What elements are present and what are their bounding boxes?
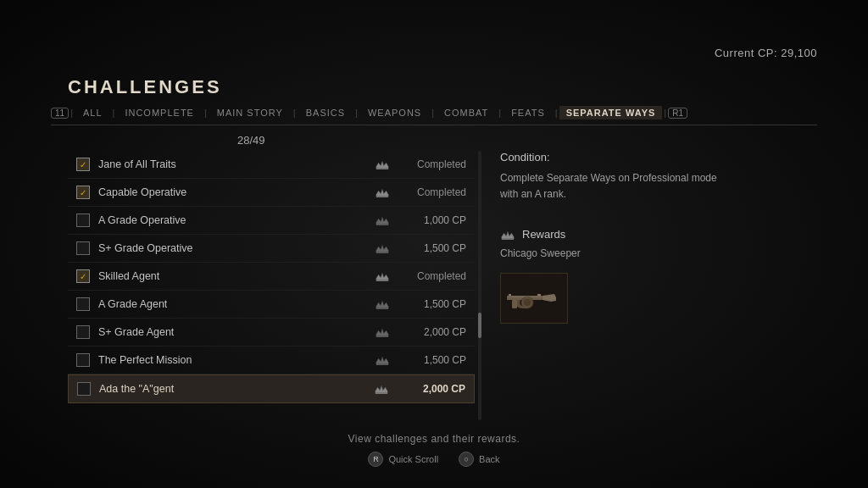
challenge-reward-3: 1,000 CP xyxy=(398,214,466,226)
challenge-name-4: S+ Grade Operative xyxy=(98,242,366,254)
gun-svg xyxy=(504,284,565,313)
challenge-name-6: A Grade Agent xyxy=(98,298,366,310)
challenge-reward-1: Completed xyxy=(398,158,466,170)
checkbox-9 xyxy=(77,382,91,396)
challenge-count: 28/49 xyxy=(237,134,265,147)
challenge-reward-5: Completed xyxy=(398,270,466,282)
challenge-reward-7: 2,000 CP xyxy=(398,326,466,338)
list-item[interactable]: ✓ Capable Operative Completed xyxy=(68,179,475,207)
condition-text: Complete Separate Ways on Professional m… xyxy=(500,170,817,202)
svg-rect-0 xyxy=(376,169,388,169)
list-item[interactable]: ✓ Jane of All Traits Completed xyxy=(68,151,475,179)
rewards-label: Rewards xyxy=(500,228,817,241)
quick-scroll-btn[interactable]: R xyxy=(368,452,383,467)
checkbox-3 xyxy=(76,214,90,227)
rewards-section: Rewards Chicago Sweeper xyxy=(500,228,817,324)
list-item[interactable]: A Grade Operative 1,000 CP xyxy=(68,207,475,235)
main-container: Current CP: 29,100 CHALLENGES 11 | ALL |… xyxy=(0,0,868,488)
svg-rect-13 xyxy=(512,300,517,308)
list-item[interactable]: S+ Grade Agent 2,000 CP xyxy=(68,319,475,347)
svg-rect-16 xyxy=(508,296,542,297)
condition-label: Condition: xyxy=(500,151,817,164)
tab-all[interactable]: ALL xyxy=(75,108,111,118)
list-item[interactable]: S+ Grade Operative 1,500 CP xyxy=(68,235,475,263)
checkbox-8 xyxy=(76,353,90,367)
current-cp: Current CP: 29,100 xyxy=(715,47,817,59)
back-label: Back xyxy=(479,454,499,464)
svg-rect-7 xyxy=(376,364,388,365)
page-title: CHALLENGES xyxy=(68,76,222,98)
tab-combat[interactable]: COMBAT xyxy=(436,108,497,118)
checkbox-1: ✓ xyxy=(76,158,90,171)
bottom-controls: R Quick Scroll ○ Back xyxy=(368,452,499,467)
back-btn[interactable]: ○ xyxy=(459,452,474,467)
crown-icon-3 xyxy=(375,214,390,226)
crown-icon-5 xyxy=(375,270,390,282)
list-item-selected[interactable]: Ada the "A"gent 2,000 CP xyxy=(68,374,475,403)
crown-icon-6 xyxy=(375,298,390,310)
list-item[interactable]: ✓ Skilled Agent Completed xyxy=(68,263,475,291)
list-item[interactable]: The Perfect Mission 1,500 CP xyxy=(68,347,475,374)
svg-rect-6 xyxy=(376,336,388,337)
tab-feats[interactable]: FEATS xyxy=(503,108,554,118)
detail-panel: Condition: Complete Separate Ways on Pro… xyxy=(500,151,817,324)
tab-separate-ways[interactable]: SEPARATE WAYS xyxy=(559,106,663,119)
challenge-name-9: Ada the "A"gent xyxy=(99,383,365,395)
checkbox-4 xyxy=(76,241,90,255)
control-back: ○ Back xyxy=(459,452,499,467)
challenge-list: ✓ Jane of All Traits Completed ✓ Capable… xyxy=(68,151,475,420)
crown-icon-1 xyxy=(375,158,390,170)
svg-rect-4 xyxy=(376,280,388,281)
quick-scroll-label: Quick Scroll xyxy=(388,454,438,464)
checkbox-6 xyxy=(76,297,90,311)
scrollbar-thumb[interactable] xyxy=(478,313,481,338)
tabs-bar: 11 | ALL | INCOMPLETE | MAIN STORY | BAS… xyxy=(51,106,817,125)
bottom-hint: View challenges and their rewards. xyxy=(348,433,520,445)
tab-basics[interactable]: BASICS xyxy=(298,108,353,118)
challenge-reward-4: 1,500 CP xyxy=(398,242,466,254)
challenge-name-3: A Grade Operative xyxy=(98,214,366,226)
challenge-name-1: Jane of All Traits xyxy=(98,158,366,170)
reward-item-name: Chicago Sweeper xyxy=(500,247,817,259)
tab-icon-right[interactable]: R1 xyxy=(668,108,687,119)
svg-rect-2 xyxy=(376,225,388,225)
crown-icon-rewards xyxy=(500,229,515,241)
challenge-name-2: Capable Operative xyxy=(98,186,366,198)
crown-icon-9 xyxy=(374,383,389,395)
tab-icon-left[interactable]: 11 xyxy=(51,108,69,119)
tab-main-story[interactable]: MAIN STORY xyxy=(209,108,292,118)
svg-rect-14 xyxy=(537,294,541,296)
challenge-reward-8: 1,500 CP xyxy=(398,354,466,366)
reward-image xyxy=(500,273,568,324)
challenge-name-8: The Perfect Mission xyxy=(98,354,366,366)
crown-icon-2 xyxy=(375,186,390,198)
svg-rect-15 xyxy=(509,294,511,296)
bottom-bar: View challenges and their rewards. R Qui… xyxy=(0,433,868,467)
challenge-reward-9: 2,000 CP xyxy=(398,383,465,395)
control-quick-scroll: R Quick Scroll xyxy=(368,452,438,467)
svg-rect-5 xyxy=(376,308,388,309)
checkbox-7 xyxy=(76,325,90,339)
tab-incomplete[interactable]: INCOMPLETE xyxy=(116,108,203,118)
scrollbar-track[interactable] xyxy=(478,151,481,420)
challenge-reward-2: Completed xyxy=(398,186,466,198)
tab-weapons[interactable]: WEAPONS xyxy=(359,108,430,118)
checkbox-5: ✓ xyxy=(76,269,90,283)
list-item[interactable]: A Grade Agent 1,500 CP xyxy=(68,291,475,319)
svg-point-12 xyxy=(524,299,531,306)
crown-icon-4 xyxy=(375,242,390,254)
checkbox-2: ✓ xyxy=(76,186,90,199)
challenge-reward-6: 1,500 CP xyxy=(398,298,466,310)
svg-rect-3 xyxy=(376,252,388,253)
challenge-name-5: Skilled Agent xyxy=(98,270,366,282)
challenge-name-7: S+ Grade Agent xyxy=(98,326,366,338)
crown-icon-7 xyxy=(375,326,390,338)
svg-rect-1 xyxy=(376,197,388,197)
svg-rect-9 xyxy=(502,238,514,239)
crown-icon-8 xyxy=(375,354,390,366)
svg-rect-8 xyxy=(376,393,387,394)
